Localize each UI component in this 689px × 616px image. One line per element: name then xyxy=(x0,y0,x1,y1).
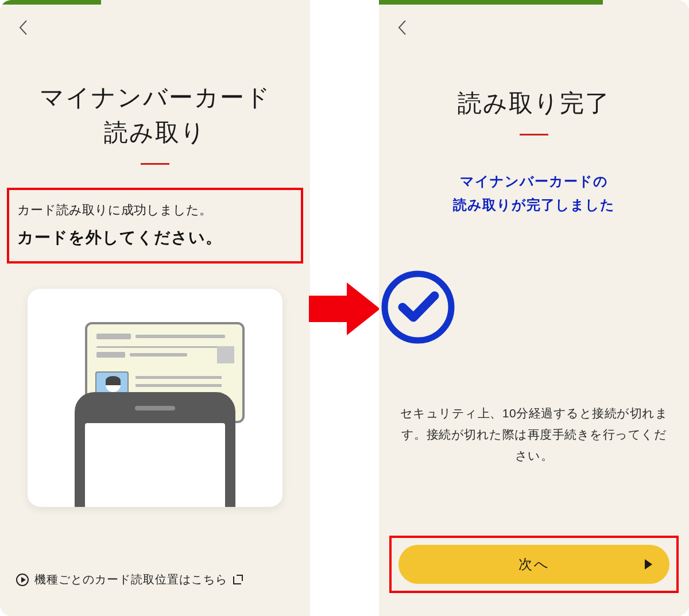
play-circle-icon xyxy=(16,574,29,586)
back-button[interactable] xyxy=(11,16,34,39)
message-line2: カードを外してください。 xyxy=(17,227,293,249)
title-line2: 読み取り xyxy=(104,119,206,146)
svg-marker-0 xyxy=(309,282,380,335)
title-text: 読み取り完了 xyxy=(458,90,610,117)
title-underline xyxy=(141,163,169,165)
device-link-text: 機種ごとのカード読取位置はこちら xyxy=(34,572,227,587)
device-position-link[interactable]: 機種ごとのカード読取位置はこちら xyxy=(16,572,294,587)
title-line1: マイナンバーカード xyxy=(40,84,271,111)
next-button-label: 次へ xyxy=(518,555,550,574)
arrow-right-icon xyxy=(309,280,380,338)
screen-read-complete: 読み取り完了 マイナンバーカードの 読み取りが完了しました セキュリティ上、10… xyxy=(379,0,689,616)
chevron-left-icon xyxy=(397,20,407,36)
progress-bar-left xyxy=(0,0,101,5)
message-line1: カード読み取りに成功しました。 xyxy=(17,202,293,219)
progress-bar-right xyxy=(379,0,603,5)
external-link-icon xyxy=(233,575,242,584)
security-notice: セキュリティ上、10分経過すると接続が切れます。接続が切れた際は再度手続きを行っ… xyxy=(398,403,669,466)
back-button[interactable] xyxy=(390,16,413,39)
screen-read-card: マイナンバーカード 読み取り カード読み取りに成功しました。 カードを外してくだ… xyxy=(0,0,310,616)
next-button[interactable]: 次へ xyxy=(398,545,669,584)
success-message: マイナンバーカードの 読み取りが完了しました xyxy=(379,170,689,217)
checkmark-circle-icon xyxy=(379,268,457,346)
success-line1: マイナンバーカードの xyxy=(460,173,608,189)
triangle-right-icon xyxy=(645,559,652,569)
next-button-highlight: 次へ xyxy=(389,536,679,593)
chevron-left-icon xyxy=(18,20,28,36)
page-title: 読み取り完了 xyxy=(379,86,689,121)
illustration-card xyxy=(28,289,282,507)
success-line2: 読み取りが完了しました xyxy=(453,197,615,212)
page-title: マイナンバーカード 読み取り xyxy=(0,80,310,150)
success-message-box: カード読み取りに成功しました。 カードを外してください。 xyxy=(7,188,303,264)
phone-icon xyxy=(75,392,235,507)
title-underline xyxy=(520,134,548,135)
